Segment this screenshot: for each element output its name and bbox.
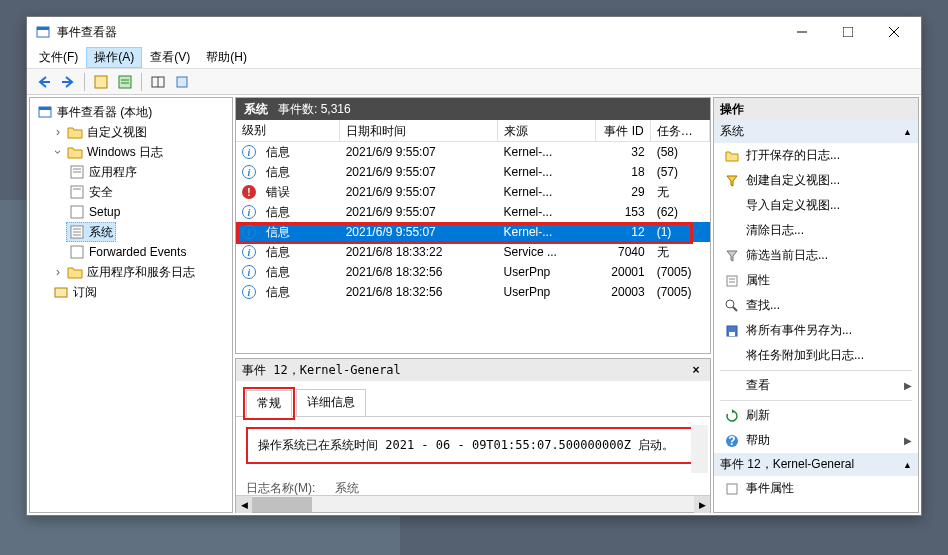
nav-tree[interactable]: 事件查看器 (本地) › 自定义视图 › (29, 97, 233, 513)
scroll-thumb[interactable] (252, 497, 312, 512)
tree-application[interactable]: 应用程序 (66, 162, 140, 182)
action-refresh[interactable]: 刷新 (714, 403, 918, 428)
action-create-custom[interactable]: 创建自定义视图... (714, 168, 918, 193)
action-save-all[interactable]: 将所有事件另存为... (714, 318, 918, 343)
svg-rect-29 (727, 276, 737, 286)
svg-rect-27 (71, 246, 83, 258)
collapse-icon[interactable]: ▲ (903, 460, 912, 470)
table-row[interactable]: i信息2021/6/9 9:55:07Kernel-...153(62) (236, 202, 710, 222)
svg-point-32 (726, 300, 734, 308)
toolbar-btn-3[interactable] (147, 71, 169, 93)
col-source[interactable]: 来源 (498, 120, 597, 141)
grid-title: 系统 (244, 101, 268, 118)
expand-icon[interactable]: › (53, 123, 63, 141)
table-row[interactable]: i信息2021/6/9 9:55:07Kernel-...18(57) (236, 162, 710, 182)
table-row[interactable]: i信息2021/6/9 9:55:07Kernel-...12(1) (236, 222, 710, 242)
grid-count: 事件数: 5,316 (278, 101, 351, 118)
actions-panel: 操作 系统▲ 打开保存的日志... 创建自定义视图... 导入自定义视图... … (713, 97, 919, 513)
tree-app-service-logs[interactable]: ›应用程序和服务日志 (50, 262, 198, 282)
find-icon (724, 298, 740, 314)
logname-label: 日志名称(M): (246, 480, 315, 495)
scroll-right-icon[interactable]: ▶ (694, 496, 710, 513)
detail-content: 操作系统已在系统时间 ‎2021‎ - ‎06‎ - ‎09T01:55:07.… (236, 417, 710, 495)
actions-section-event: 事件 12，Kernel-General▲ (714, 453, 918, 476)
actions-list[interactable]: 系统▲ 打开保存的日志... 创建自定义视图... 导入自定义视图... 清除日… (714, 120, 918, 512)
log-icon (69, 184, 85, 200)
tree-setup[interactable]: Setup (66, 202, 123, 222)
back-button[interactable] (33, 71, 55, 93)
detail-hscroll[interactable]: ◀ ▶ (236, 495, 710, 512)
subscription-icon (53, 284, 69, 300)
detail-close-button[interactable]: × (688, 362, 704, 378)
tree-windows-logs[interactable]: › Windows 日志 (50, 142, 230, 162)
window-title: 事件查看器 (57, 24, 779, 41)
menu-action[interactable]: 操作(A) (86, 47, 142, 68)
action-clear-log[interactable]: 清除日志... (714, 218, 918, 243)
svg-line-33 (733, 307, 737, 311)
toolbar-btn-4[interactable] (171, 71, 193, 93)
svg-rect-9 (119, 76, 131, 88)
scroll-left-icon[interactable]: ◀ (236, 496, 252, 513)
svg-rect-38 (727, 484, 737, 494)
action-find[interactable]: 查找... (714, 293, 918, 318)
svg-rect-16 (39, 107, 51, 110)
tab-general[interactable]: 常规 (246, 390, 292, 417)
menu-help[interactable]: 帮助(H) (198, 47, 255, 68)
svg-rect-8 (95, 76, 107, 88)
chevron-right-icon: ▶ (904, 380, 912, 391)
detail-vscroll[interactable] (691, 425, 708, 473)
tree-custom-views[interactable]: › 自定义视图 (50, 122, 230, 142)
filter-icon (724, 248, 740, 264)
table-row[interactable]: !错误2021/6/9 9:55:07Kernel-...29无 (236, 182, 710, 202)
tree-security[interactable]: 安全 (66, 182, 116, 202)
col-datetime[interactable]: 日期和时间 (340, 120, 498, 141)
log-icon (69, 204, 85, 220)
event-rows[interactable]: i信息2021/6/9 9:55:07Kernel-...32(58)i信息20… (236, 142, 710, 353)
svg-rect-3 (843, 27, 853, 37)
column-headers[interactable]: 级别 日期和时间 来源 事件 ID 任务类别 (236, 120, 710, 142)
table-row[interactable]: i信息2021/6/8 18:32:56UserPnp20001(7005) (236, 262, 710, 282)
col-eventid[interactable]: 事件 ID (596, 120, 650, 141)
collapse-icon[interactable]: ▲ (903, 127, 912, 137)
detail-title: 事件 12，Kernel-General (242, 362, 401, 379)
svg-rect-22 (71, 206, 83, 218)
tree-system[interactable]: 系统 (66, 222, 116, 242)
action-help-submenu[interactable]: ?帮助▶ (714, 428, 918, 453)
forward-button[interactable] (57, 71, 79, 93)
folder-icon (67, 144, 83, 160)
maximize-button[interactable] (825, 17, 871, 47)
log-icon (69, 164, 85, 180)
minimize-button[interactable] (779, 17, 825, 47)
collapse-icon[interactable]: › (49, 147, 67, 157)
detail-message: 操作系统已在系统时间 ‎2021‎ - ‎06‎ - ‎09T01:55:07.… (246, 427, 700, 464)
col-taskcat[interactable]: 任务类别 (651, 120, 710, 141)
refresh-icon (724, 408, 740, 424)
app-icon (35, 24, 51, 40)
toolbar-btn-2[interactable] (114, 71, 136, 93)
expand-icon[interactable]: › (53, 263, 63, 281)
help-icon: ? (724, 433, 740, 449)
close-button[interactable] (871, 17, 917, 47)
save-icon (724, 323, 740, 339)
action-import-custom[interactable]: 导入自定义视图... (714, 193, 918, 218)
tree-forwarded[interactable]: Forwarded Events (66, 242, 189, 262)
tree-subscriptions[interactable]: 订阅 (50, 282, 100, 302)
action-properties[interactable]: 属性 (714, 268, 918, 293)
grid-header: 系统 事件数: 5,316 (236, 98, 710, 120)
action-open-saved[interactable]: 打开保存的日志... (714, 143, 918, 168)
action-attach-task[interactable]: 将任务附加到此日志... (714, 343, 918, 368)
toolbar-btn-1[interactable] (90, 71, 112, 93)
action-event-properties[interactable]: 事件属性 (714, 476, 918, 501)
table-row[interactable]: i信息2021/6/8 18:33:22Service ...7040无 (236, 242, 710, 262)
tree-root[interactable]: 事件查看器 (本地) (34, 102, 230, 122)
tab-details[interactable]: 详细信息 (296, 389, 366, 416)
col-level[interactable]: 级别 (236, 120, 340, 141)
action-filter-current[interactable]: 筛选当前日志... (714, 243, 918, 268)
menu-file[interactable]: 文件(F) (31, 47, 86, 68)
table-row[interactable]: i信息2021/6/9 9:55:07Kernel-...32(58) (236, 142, 710, 162)
menu-view[interactable]: 查看(V) (142, 47, 198, 68)
table-row[interactable]: i信息2021/6/8 18:32:56UserPnp20003(7005) (236, 282, 710, 302)
log-icon (69, 244, 85, 260)
folder-icon (67, 264, 83, 280)
action-view-submenu[interactable]: 查看▶ (714, 373, 918, 398)
